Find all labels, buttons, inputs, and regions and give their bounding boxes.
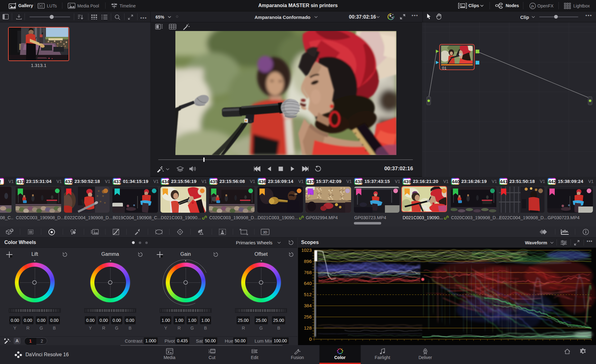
svg-text:3D: 3D [263, 230, 267, 234]
svg-text:fx: fx [531, 4, 534, 8]
